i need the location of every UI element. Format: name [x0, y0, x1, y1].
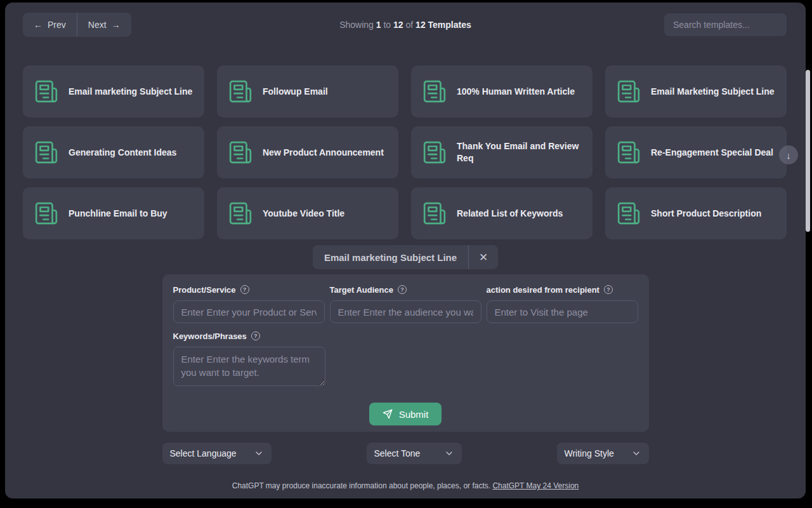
template-title: New Product Announcement [263, 147, 384, 159]
newspaper-icon [34, 140, 58, 164]
select-tone-dropdown[interactable]: Select Tone [367, 443, 462, 464]
chevron-down-icon [254, 448, 264, 458]
showing-from: 1 [376, 20, 381, 30]
newspaper-icon [228, 201, 252, 225]
template-title: Email Marketing Subject Line [651, 86, 775, 98]
left-arrow-icon: ← [34, 20, 43, 30]
template-grid: Email marketing Subject Line Followup Em… [5, 65, 806, 239]
newspaper-icon [34, 79, 58, 104]
prev-button[interactable]: ← Prev [23, 13, 77, 37]
newspaper-icon [228, 140, 252, 164]
next-label: Next [88, 20, 107, 30]
select-language-dropdown[interactable]: Select Language [162, 443, 272, 464]
template-card[interactable]: Generating Content Ideas [23, 126, 204, 178]
prev-label: Prev [48, 20, 66, 30]
chevron-down-icon [444, 448, 454, 458]
newspaper-icon [617, 140, 641, 164]
template-title: Youtube Video Title [263, 208, 344, 220]
field-desired-action: action desired from recipient ? [487, 284, 638, 323]
template-card[interactable]: New Product Announcement [217, 126, 398, 178]
template-card[interactable]: Email Marketing Subject Line [605, 65, 787, 117]
submit-label: Submit [399, 409, 429, 420]
newspaper-icon [34, 201, 58, 225]
newspaper-icon [617, 79, 641, 104]
version-link[interactable]: ChatGPT May 24 Version [492, 481, 579, 490]
newspaper-icon [228, 79, 252, 104]
field-product-service: Product/Service ? [173, 284, 325, 323]
field-label: Target Audience ? [330, 284, 481, 295]
template-title: Thank You Email and Review Req [457, 140, 581, 164]
template-card[interactable]: Thank You Email and Review Req [411, 126, 593, 178]
pagination-control: ← Prev Next → [23, 13, 131, 37]
field-label: action desired from recipient ? [487, 284, 638, 295]
template-title: Email marketing Subject Line [69, 86, 192, 98]
send-icon [383, 409, 393, 419]
template-title: Followup Email [263, 86, 328, 98]
template-title: 100% Human Written Article [457, 86, 575, 98]
template-card[interactable]: Punchline Email to Buy [23, 187, 204, 239]
template-card[interactable]: 100% Human Written Article [411, 65, 593, 117]
showing-to: 12 [393, 20, 403, 30]
newspaper-icon [422, 79, 447, 104]
template-title: Punchline Email to Buy [69, 208, 167, 220]
selected-template-pill: Email marketing Subject Line ✕ [313, 245, 498, 269]
help-icon[interactable]: ? [604, 285, 613, 294]
chevron-down-icon [631, 448, 641, 458]
template-title: Related List of Keywords [457, 208, 563, 220]
template-title: Re-Engagement Special Deal [651, 147, 773, 159]
template-title: Generating Content Ideas [69, 147, 176, 159]
help-icon[interactable]: ? [251, 331, 260, 340]
newspaper-icon [422, 140, 447, 164]
topbar: ← Prev Next → Showing 1 to 12 of 12 Temp… [5, 3, 806, 37]
writing-style-dropdown[interactable]: Writing Style [557, 443, 649, 464]
template-card[interactable]: Related List of Keywords [411, 187, 593, 239]
scroll-down-button[interactable]: ↓ [779, 145, 798, 164]
select-language-label: Select Language [170, 448, 237, 458]
down-arrow-icon: ↓ [786, 150, 791, 161]
submit-button[interactable]: Submit [369, 403, 442, 425]
scrollbar-thumb[interactable] [806, 70, 810, 232]
target-audience-input[interactable] [330, 300, 481, 323]
disclaimer: ChatGPT may produce inaccurate informati… [5, 481, 806, 490]
help-icon[interactable]: ? [240, 285, 249, 294]
product-service-input[interactable] [173, 300, 325, 323]
help-icon[interactable]: ? [398, 285, 407, 294]
field-label: Keywords/Phrases ? [173, 331, 638, 341]
template-form: Product/Service ? Target Audience ? acti… [162, 274, 649, 432]
template-card[interactable]: Email marketing Subject Line [23, 65, 204, 117]
template-title: Short Product Description [651, 208, 761, 220]
template-card[interactable]: Followup Email [217, 65, 398, 117]
template-card[interactable]: Re-Engagement Special Deal [605, 126, 787, 178]
selected-template-title: Email marketing Subject Line [324, 252, 468, 263]
writing-style-label: Writing Style [565, 448, 614, 458]
search-input[interactable] [664, 13, 787, 36]
right-arrow-icon: → [112, 20, 121, 30]
template-card[interactable]: Youtube Video Title [217, 187, 398, 239]
field-label: Product/Service ? [173, 284, 325, 295]
keywords-textarea[interactable] [173, 347, 325, 386]
template-card[interactable]: Short Product Description [605, 187, 787, 239]
next-button[interactable]: Next → [77, 13, 131, 37]
main-panel: ← Prev Next → Showing 1 to 12 of 12 Temp… [5, 3, 806, 498]
close-icon[interactable]: ✕ [469, 245, 498, 269]
newspaper-icon [617, 201, 641, 225]
field-keywords: Keywords/Phrases ? [173, 331, 638, 389]
field-target-audience: Target Audience ? [330, 284, 481, 323]
desired-action-input[interactable] [487, 300, 638, 323]
showing-total: 12 Templates [416, 20, 471, 30]
newspaper-icon [422, 201, 447, 225]
select-tone-label: Select Tone [374, 448, 421, 458]
options-row: Select Language Select Tone Writing Styl… [162, 443, 649, 464]
